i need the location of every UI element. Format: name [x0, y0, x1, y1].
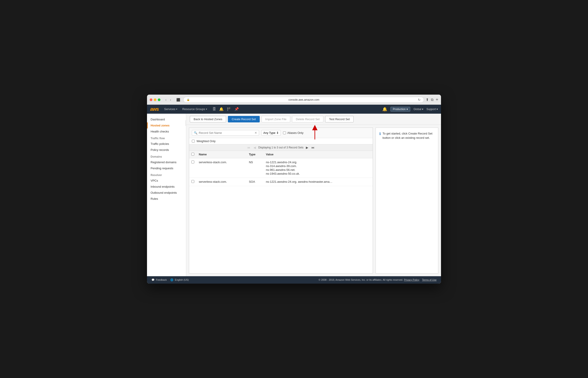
- db-icon[interactable]: 🗄: [212, 107, 216, 111]
- traffic-flow-section-header: Traffic flow: [147, 135, 186, 141]
- resolver-section-header: Resolver: [147, 171, 186, 177]
- row-checkbox-cell: [189, 177, 196, 186]
- resource-groups-menu[interactable]: Resource Groups ▾: [181, 108, 208, 111]
- top-nav: aws Services ▾ Resource Groups ▾ 🗄 🔔 🏴 📌…: [147, 105, 441, 114]
- services-menu[interactable]: Services ▾: [163, 108, 178, 111]
- aliases-only-checkbox-label[interactable]: Aliases Only: [283, 131, 303, 135]
- sidebar-item-inbound-endpoints[interactable]: Inbound endpoints: [147, 184, 186, 190]
- search-input[interactable]: [199, 131, 253, 135]
- lock-icon: 🔒: [187, 98, 190, 101]
- sidebar: ◂ Dashboard Hosted zones Health checks T…: [147, 114, 186, 276]
- sidebar-item-pending-requests[interactable]: Pending requests: [147, 165, 186, 171]
- import-zone-file-button[interactable]: Import Zone File: [261, 116, 290, 122]
- bell-nav-icon[interactable]: 🔔: [219, 107, 224, 111]
- type-dropdown[interactable]: Any Type ⇕: [261, 130, 281, 136]
- terms-of-use-link[interactable]: Terms of Use: [422, 278, 436, 281]
- row-name-cell: serverless-stack.com.: [196, 177, 247, 186]
- search-clear-icon[interactable]: ✕: [255, 131, 257, 135]
- global-region-button[interactable]: Global ▾: [413, 108, 423, 111]
- table-header-value: Value: [263, 151, 373, 158]
- record-table: Name Type Value serverless-stack.com. NS: [189, 151, 373, 273]
- sidebar-toggle-button[interactable]: ⬛: [175, 97, 182, 102]
- sidebar-item-outbound-endpoints[interactable]: Outbound endpoints: [147, 190, 186, 196]
- maximize-button[interactable]: [158, 98, 160, 101]
- sidebar-item-rules[interactable]: Rules: [147, 196, 186, 202]
- table-header-name: Name: [196, 151, 247, 158]
- aws-logo-text: aws: [150, 106, 159, 112]
- pagination-bar: ⏮ ◀ Displaying 1 to 3 out of 3 Record Se…: [189, 144, 373, 151]
- fullscreen-button[interactable]: ⧉: [431, 98, 433, 102]
- content-area: Back to Hosted Zones Create Record Set I…: [186, 114, 441, 276]
- weighted-only-checkbox[interactable]: [192, 140, 195, 143]
- row-name-cell: serverless-stack.com.: [196, 158, 247, 177]
- globe-icon: 🌐: [170, 278, 173, 281]
- row-checkbox-cell: [189, 158, 196, 177]
- back-to-hosted-zones-button[interactable]: Back to Hosted Zones: [190, 116, 226, 122]
- pin-icon[interactable]: 📌: [235, 107, 239, 111]
- support-chevron-icon: ▾: [436, 108, 438, 111]
- table-row[interactable]: serverless-stack.com. SOA ns-1221.awsdns…: [189, 177, 373, 186]
- last-page-button[interactable]: ⏭: [311, 146, 315, 149]
- footer: 💬 Feedback 🌐 English (US) © 2008 - 2019,…: [147, 276, 441, 284]
- close-button[interactable]: [150, 98, 152, 101]
- global-chevron-icon: ▾: [422, 108, 423, 111]
- feedback-icon: 💬: [152, 278, 155, 281]
- info-panel: ℹ To get started, click Create Record Se…: [376, 128, 438, 273]
- create-record-set-button[interactable]: Create Record Set: [228, 116, 260, 122]
- refresh-button[interactable]: ↻: [418, 98, 421, 102]
- sidebar-item-traffic-policies[interactable]: Traffic policies: [147, 141, 186, 147]
- table-header-type: Type: [247, 151, 264, 158]
- sidebar-item-policy-records[interactable]: Policy records: [147, 147, 186, 153]
- search-box: 🔍 ✕: [192, 130, 259, 136]
- row-type-cell: NS: [247, 158, 264, 177]
- support-menu[interactable]: Support ▾: [426, 108, 438, 111]
- toolbar: Back to Hosted Zones Create Record Set I…: [186, 114, 441, 125]
- select-all-checkbox[interactable]: [191, 153, 194, 156]
- toolbar-wrapper: Back to Hosted Zones Create Record Set I…: [186, 114, 441, 125]
- prev-page-button[interactable]: ◀: [253, 146, 257, 149]
- table-row[interactable]: serverless-stack.com. NS ns-1221.awsdns-…: [189, 158, 373, 177]
- record-list-panel: 🔍 ✕ Any Type ⇕ Aliases Only: [189, 128, 373, 273]
- new-tab-button[interactable]: +: [436, 97, 438, 102]
- url-text: console.aws.amazon.com: [191, 98, 417, 101]
- sidebar-item-hosted-zones[interactable]: Hosted zones: [147, 122, 186, 128]
- production-badge[interactable]: Production ▾: [390, 107, 410, 112]
- first-page-button[interactable]: ⏮: [247, 146, 251, 149]
- services-chevron-icon: ▾: [176, 108, 177, 110]
- resource-groups-chevron-icon: ▾: [206, 108, 207, 110]
- production-chevron-icon: ▾: [406, 108, 408, 111]
- privacy-policy-link[interactable]: Privacy Policy: [404, 278, 419, 281]
- copyright-text: © 2008 - 2019, Amazon Web Services, Inc.…: [319, 278, 403, 281]
- domains-section-header: Domains: [147, 153, 186, 159]
- info-panel-text: To get started, click Create Record Set …: [382, 131, 434, 140]
- sidebar-item-vpcs[interactable]: VPCs: [147, 177, 186, 184]
- test-record-set-button[interactable]: Test Record Set: [325, 116, 353, 122]
- aws-logo[interactable]: aws: [150, 106, 159, 112]
- next-page-button[interactable]: ▶: [305, 146, 309, 149]
- flag-icon[interactable]: 🏴: [227, 107, 231, 111]
- info-icon: ℹ: [379, 132, 381, 136]
- row-checkbox[interactable]: [191, 161, 194, 163]
- sidebar-item-registered-domains[interactable]: Registered domains: [147, 159, 186, 165]
- share-button[interactable]: ⬆: [426, 97, 429, 102]
- row-checkbox[interactable]: [191, 180, 194, 183]
- row-value-cell: ns-1221.awsdns-24.org. awsdns-hostmaster…: [263, 177, 373, 186]
- pagination-text: Displaying 1 to 3 out of 3 Record Sets: [258, 146, 303, 149]
- sidebar-item-dashboard[interactable]: Dashboard: [147, 116, 186, 122]
- feedback-button[interactable]: 💬 Feedback: [152, 278, 167, 281]
- forward-nav-button[interactable]: ›: [169, 97, 172, 102]
- sidebar-item-health-checks[interactable]: Health checks: [147, 128, 186, 135]
- minimize-button[interactable]: [154, 98, 157, 101]
- back-nav-button[interactable]: ‹: [164, 97, 168, 102]
- aliases-only-checkbox[interactable]: [283, 131, 286, 134]
- language-selector[interactable]: 🌐 English (US): [170, 278, 189, 281]
- search-icon: 🔍: [194, 131, 197, 135]
- delete-record-set-button[interactable]: Delete Record Set: [292, 116, 323, 122]
- weighted-only-row: Weighted Only: [189, 138, 373, 144]
- main-content: 🔍 ✕ Any Type ⇕ Aliases Only: [186, 125, 441, 276]
- table-header-checkbox: [189, 151, 196, 158]
- row-type-cell: SOA: [247, 177, 264, 186]
- address-bar[interactable]: 🔒 console.aws.amazon.com ↻: [183, 97, 424, 103]
- filter-bar: 🔍 ✕ Any Type ⇕ Aliases Only: [189, 128, 373, 138]
- notification-bell-button[interactable]: 🔔: [382, 107, 387, 112]
